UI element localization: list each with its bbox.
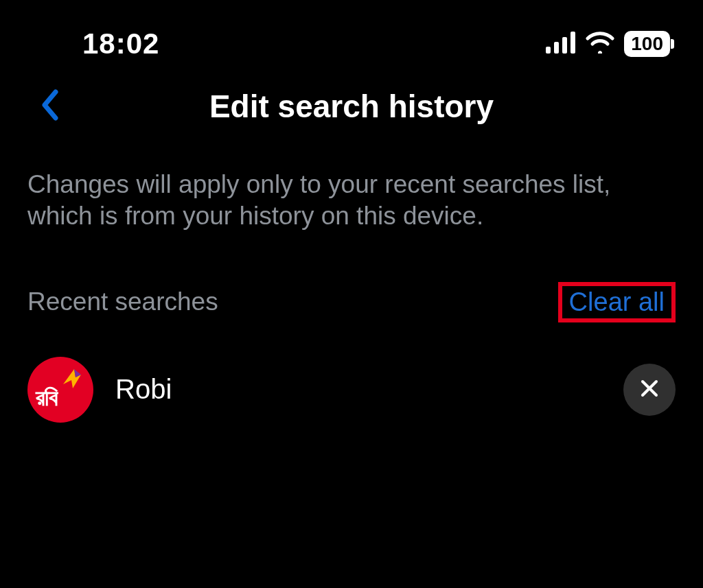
- battery-indicator: 100: [624, 31, 670, 57]
- close-icon: [639, 378, 660, 401]
- svg-marker-4: [63, 369, 81, 388]
- item-name: Robi: [115, 374, 601, 405]
- chevron-left-icon: [41, 89, 58, 124]
- svg-rect-0: [546, 47, 551, 54]
- description-text: Changes will apply only to your recent s…: [0, 144, 703, 233]
- status-time: 18:02: [82, 27, 159, 60]
- wifi-icon: [586, 32, 614, 56]
- avatar-text: রবি: [36, 384, 58, 412]
- clear-all-highlight: Clear all: [558, 282, 676, 322]
- search-history-list: রবি Robi: [0, 355, 703, 424]
- page-title: Edit search history: [0, 88, 703, 125]
- svg-rect-1: [554, 42, 559, 54]
- remove-item-button[interactable]: [623, 364, 676, 416]
- back-button[interactable]: [36, 86, 63, 127]
- recent-searches-label: Recent searches: [27, 287, 218, 316]
- section-header: Recent searches Clear all: [0, 282, 703, 322]
- list-item[interactable]: রবি Robi: [27, 355, 676, 424]
- svg-rect-3: [571, 32, 575, 54]
- nav-bar: Edit search history: [0, 69, 703, 144]
- svg-rect-2: [562, 37, 567, 54]
- status-bar: 18:02 100: [0, 0, 703, 63]
- avatar: রবি: [27, 357, 93, 423]
- status-indicators: 100: [546, 31, 670, 57]
- logo-flame-icon: [60, 368, 84, 394]
- clear-all-button[interactable]: Clear all: [569, 287, 665, 317]
- cellular-signal-icon: [546, 32, 576, 56]
